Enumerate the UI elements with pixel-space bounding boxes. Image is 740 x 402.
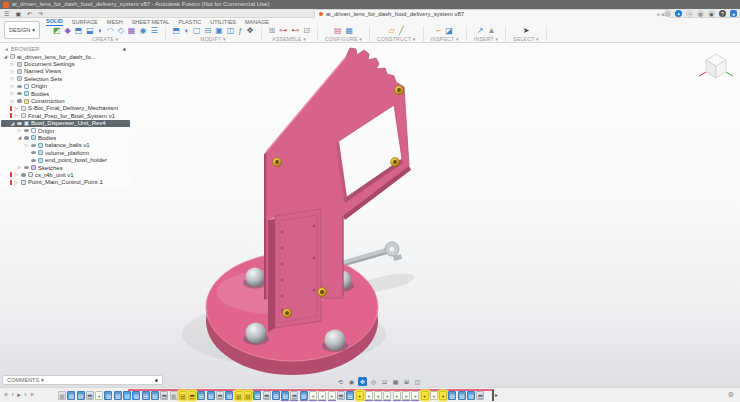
construction-axis-icon[interactable]: ╱ xyxy=(399,27,404,35)
tree-expand-icon[interactable]: ▷ xyxy=(17,128,22,133)
timeline-feature-icon[interactable]: ▤ xyxy=(235,391,243,400)
step-forward-button[interactable]: › xyxy=(24,390,26,399)
joint-icon[interactable]: ⊶ xyxy=(279,27,287,35)
ribbon-tab-mesh[interactable]: MESH xyxy=(107,19,123,26)
timeline-feature-icon[interactable]: ▤ xyxy=(179,391,187,400)
timeline-feature-icon[interactable]: ▤ xyxy=(123,391,131,400)
visibility-eye-icon[interactable] xyxy=(17,122,22,125)
timeline-feature-icon[interactable]: ▤ xyxy=(272,391,280,400)
timeline-feature-icon[interactable]: ⬒ xyxy=(86,391,94,400)
tree-item[interactable]: ◢ai_driven_lens_for_dash_fo... xyxy=(1,53,130,60)
timeline-feature-icon[interactable]: ▤ xyxy=(132,391,140,400)
timeline-feature-icon[interactable]: ⬒ xyxy=(263,391,271,400)
as-built-joint-icon[interactable]: ⊷ xyxy=(291,27,299,35)
visibility-eye-icon[interactable] xyxy=(17,99,22,102)
timeline-settings-icon[interactable]: ⚙ xyxy=(728,391,734,399)
timeline-feature-icon[interactable]: + xyxy=(402,391,410,400)
tree-expand-icon[interactable]: ▷ xyxy=(10,69,15,74)
configure-icon[interactable]: ▤ xyxy=(334,27,342,35)
save-icon[interactable]: ▣ xyxy=(15,10,21,17)
extensions-icon[interactable]: ⬡ xyxy=(664,10,671,17)
visibility-eye-icon[interactable] xyxy=(31,144,36,147)
help-icon[interactable]: ? xyxy=(719,10,726,17)
timeline-feature-icon[interactable]: + xyxy=(95,391,103,400)
timeline-feature-icon[interactable]: ⬒ xyxy=(188,391,196,400)
tree-item[interactable]: ◢Bowl_Dispenser_Unit_Rev4 xyxy=(1,120,130,127)
timeline-feature-icon[interactable]: + xyxy=(393,391,401,400)
select-icon[interactable]: ➤ xyxy=(523,27,530,35)
timeline-feature-icon[interactable]: + xyxy=(318,391,326,400)
tree-item[interactable]: end_point_bowl_holder xyxy=(1,156,130,163)
timeline-position-marker[interactable]: ▸ xyxy=(492,390,502,401)
timeline-feature-icon[interactable]: + xyxy=(430,391,438,400)
thread-icon[interactable]: ☰ xyxy=(150,27,157,35)
timeline-feature-icon[interactable]: ⬒ xyxy=(160,391,168,400)
tree-expand-icon[interactable]: ▷ xyxy=(24,143,29,148)
viewports-icon[interactable]: ◫ xyxy=(413,377,422,386)
offset-plane-icon[interactable]: ▱ xyxy=(389,27,395,35)
zoom-icon[interactable]: ◎ xyxy=(369,377,378,386)
timeline-feature-icon[interactable]: + xyxy=(411,391,419,400)
skip-to-start-button[interactable]: « xyxy=(4,390,8,399)
workspace-switcher[interactable]: DESIGN ▾ xyxy=(4,21,40,39)
ribbon-tab-surface[interactable]: SURFACE xyxy=(72,19,98,26)
tree-item[interactable]: ▷balance_balls v1 xyxy=(1,142,130,149)
timeline-feature-icon[interactable]: + xyxy=(421,391,429,400)
timeline-feature-icon[interactable]: ▦ xyxy=(170,391,178,400)
timeline-feature-icon[interactable]: ▤ xyxy=(207,391,215,400)
timeline-feature-icon[interactable]: ▤ xyxy=(151,391,159,400)
skip-to-end-button[interactable]: » xyxy=(30,390,34,399)
timeline-feature-icon[interactable]: ⬒ xyxy=(476,391,484,400)
tree-expand-icon[interactable]: ◢ xyxy=(17,135,22,140)
browser-menu-icon[interactable] xyxy=(123,48,126,51)
tree-item[interactable]: ▷Point_Main_Control_Point 1 xyxy=(1,179,130,186)
timeline-feature-icon[interactable]: ▤ xyxy=(77,391,85,400)
tree-expand-icon[interactable]: ◢ xyxy=(3,54,8,59)
visibility-eye-icon[interactable] xyxy=(17,85,22,88)
timeline-feature-icon[interactable]: ▤ xyxy=(225,391,233,400)
new-sketch-icon[interactable]: ◩ xyxy=(53,27,61,35)
fit-icon[interactable]: ⊡ xyxy=(380,377,389,386)
timeline-feature-icon[interactable]: + xyxy=(356,391,364,400)
model-3d[interactable] xyxy=(180,40,480,380)
timeline-feature-icon[interactable]: + xyxy=(383,391,391,400)
offset-face-icon[interactable]: ▣ xyxy=(215,27,223,35)
panel-collapse-icon[interactable]: ◂ xyxy=(5,46,8,52)
extrude-icon[interactable]: ⬓ xyxy=(86,27,94,35)
press-pull-icon[interactable]: ⬒ xyxy=(173,27,181,35)
tree-expand-icon[interactable]: ▷ xyxy=(14,106,19,111)
measure-icon[interactable]: ⌐ xyxy=(437,27,442,35)
tree-item[interactable]: ▷Selection Sets xyxy=(1,75,130,82)
web-icon[interactable]: ▦ xyxy=(128,27,136,35)
tree-expand-icon[interactable]: ▷ xyxy=(14,172,19,177)
tree-expand-icon[interactable]: ▷ xyxy=(10,76,15,81)
tree-item[interactable]: ◢Bodies xyxy=(1,134,130,141)
timeline-feature-icon[interactable]: + xyxy=(439,391,447,400)
split-body-icon[interactable]: ◫ xyxy=(227,27,235,35)
view-cube[interactable] xyxy=(696,48,736,88)
tree-expand-icon[interactable]: ▷ xyxy=(10,84,15,89)
timeline-feature-icon[interactable]: ⬒ xyxy=(337,391,345,400)
visibility-eye-icon[interactable] xyxy=(31,151,36,154)
create-form-icon[interactable]: ◆ xyxy=(65,27,71,35)
timeline-feature-icon[interactable]: ▤ xyxy=(244,391,252,400)
look-at-icon[interactable]: ◉ xyxy=(347,377,356,386)
timeline-feature-icon[interactable]: ▤ xyxy=(281,391,289,400)
ribbon-tab-sheet-metal[interactable]: SHEET METAL xyxy=(132,19,170,26)
step-back-button[interactable]: ‹ xyxy=(11,390,13,399)
tree-item[interactable]: ▷Document Settings xyxy=(1,60,130,67)
new-component-icon[interactable]: ⊞ xyxy=(269,27,276,35)
timeline-feature-icon[interactable]: + xyxy=(309,391,317,400)
profile-icon[interactable]: ◉ xyxy=(708,10,715,17)
timeline-feature-icon[interactable]: + xyxy=(328,391,336,400)
model-front-plate[interactable] xyxy=(268,209,321,332)
tree-expand-icon[interactable]: ▷ xyxy=(10,99,15,104)
browser-header[interactable]: ◂ BROWSER xyxy=(1,45,130,53)
sweep-icon[interactable]: ◠ xyxy=(107,27,114,35)
timeline-feature-icon[interactable]: ▤ xyxy=(67,391,75,400)
shell-icon[interactable]: ▢ xyxy=(193,27,201,35)
timeline-feature-icon[interactable]: ▤ xyxy=(346,391,354,400)
revolve-icon[interactable]: ◗ xyxy=(98,27,103,35)
timeline-feature-icon[interactable]: ▤ xyxy=(104,391,112,400)
loft-icon[interactable]: ◇ xyxy=(118,27,124,35)
